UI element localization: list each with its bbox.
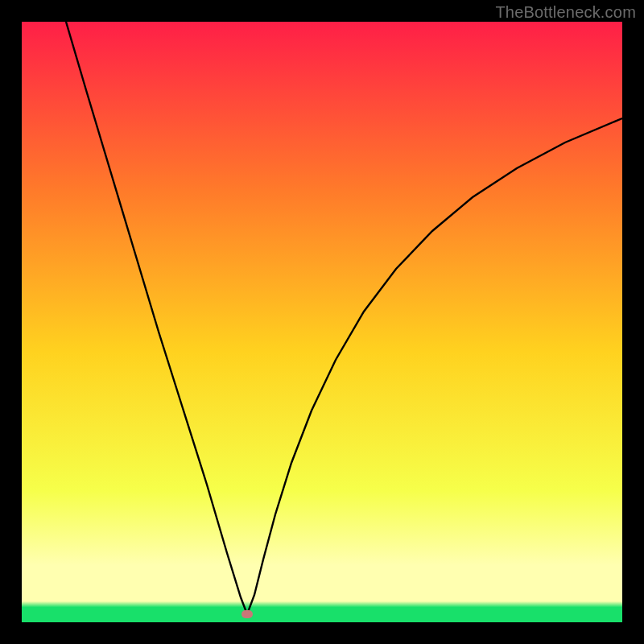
bottleneck-curve (22, 22, 622, 622)
plot-area (22, 22, 622, 622)
optimal-point-marker (242, 610, 253, 618)
watermark-text: TheBottleneck.com (495, 3, 636, 22)
